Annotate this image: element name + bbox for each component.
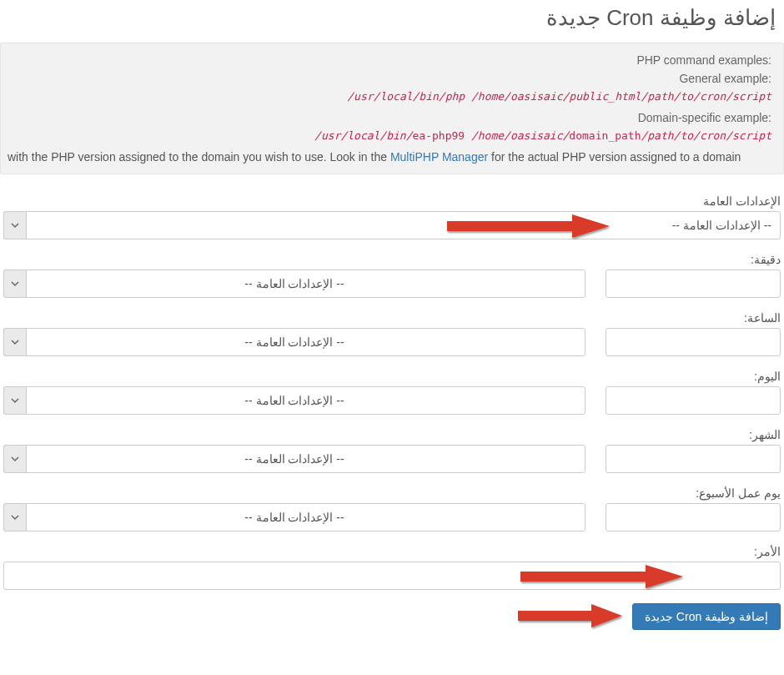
multiphp-manager-link[interactable]: MultiPHP Manager xyxy=(390,150,488,164)
page-title: إضافة وظيفة Cron جديدة xyxy=(0,0,784,43)
svg-marker-5 xyxy=(591,604,622,627)
hour-input[interactable] xyxy=(606,328,781,356)
weekday-input[interactable] xyxy=(606,503,781,531)
day-label: اليوم: xyxy=(3,370,781,383)
general-example-code: /usr/local/bin/php /home/oasisaic/public… xyxy=(4,90,775,103)
cron-form: الإعدادات العامة -- الإعدادات العامة -- xyxy=(0,194,784,647)
svg-rect-4 xyxy=(518,611,591,621)
common-settings-select[interactable]: -- الإعدادات العامة -- xyxy=(3,211,781,239)
annotation-arrow-icon xyxy=(518,599,626,632)
weekday-label: يوم عمل الأسبوع: xyxy=(3,486,781,500)
add-cron-button[interactable]: إضافة وظيفة Cron جديدة xyxy=(632,603,781,630)
general-example-label: General example: xyxy=(4,72,775,85)
month-label: الشهر: xyxy=(3,428,781,441)
month-input[interactable] xyxy=(606,445,781,473)
weekday-select[interactable]: -- الإعدادات العامة -- xyxy=(3,503,585,531)
minute-input[interactable] xyxy=(606,269,781,298)
command-input[interactable] xyxy=(3,562,781,590)
minute-label: دقيقة: xyxy=(3,253,781,266)
php-examples-label: PHP command examples: xyxy=(4,53,775,67)
day-input[interactable] xyxy=(606,386,781,415)
month-select[interactable]: -- الإعدادات العامة -- xyxy=(3,445,585,473)
day-select[interactable]: -- الإعدادات العامة -- xyxy=(3,386,585,415)
hour-label: الساعة: xyxy=(3,311,781,325)
common-settings-label: الإعدادات العامة xyxy=(3,194,781,208)
domain-example-label: Domain-specific example: xyxy=(4,111,775,124)
domain-example-code: /usr/local/bin/ea-php99 /home/oasisaic/d… xyxy=(4,129,775,142)
minute-select[interactable]: -- الإعدادات العامة -- xyxy=(3,269,585,298)
domain-note: with the PHP version assigned to the dom… xyxy=(4,150,775,164)
hour-select[interactable]: -- الإعدادات العامة -- xyxy=(3,328,585,356)
info-panel: PHP command examples: General example: /… xyxy=(0,43,784,174)
command-label: الأمر: xyxy=(3,545,781,558)
